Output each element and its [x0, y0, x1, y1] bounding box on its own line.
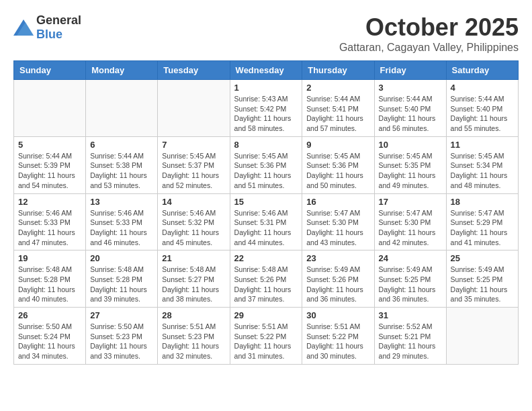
week-row-1: 5Sunrise: 5:44 AM Sunset: 5:39 PM Daylig… — [14, 136, 519, 193]
day-info: Sunrise: 5:50 AM Sunset: 5:24 PM Dayligh… — [18, 322, 81, 361]
day-number: 10 — [379, 140, 442, 150]
day-info: Sunrise: 5:46 AM Sunset: 5:31 PM Dayligh… — [234, 208, 298, 248]
day-number: 15 — [234, 197, 298, 207]
location-title: Gattaran, Cagayan Valley, Philippines — [339, 42, 519, 54]
calendar-cell-0-4: 2Sunrise: 5:44 AM Sunset: 5:41 PM Daylig… — [302, 80, 374, 137]
calendar-cell-3-0: 19Sunrise: 5:48 AM Sunset: 5:28 PM Dayli… — [14, 250, 86, 308]
calendar-cell-4-5: 31Sunrise: 5:52 AM Sunset: 5:21 PM Dayli… — [374, 308, 446, 365]
day-number: 9 — [306, 140, 369, 150]
day-number: 12 — [18, 197, 81, 207]
day-info: Sunrise: 5:51 AM Sunset: 5:22 PM Dayligh… — [306, 322, 369, 361]
day-info: Sunrise: 5:52 AM Sunset: 5:21 PM Dayligh… — [379, 322, 442, 361]
day-number: 6 — [90, 140, 153, 150]
day-info: Sunrise: 5:44 AM Sunset: 5:40 PM Dayligh… — [451, 94, 514, 134]
week-row-4: 26Sunrise: 5:50 AM Sunset: 5:24 PM Dayli… — [14, 308, 519, 365]
day-number: 22 — [234, 253, 298, 263]
day-number: 23 — [306, 253, 369, 263]
day-number: 17 — [379, 197, 442, 207]
day-number: 5 — [18, 140, 81, 150]
day-number: 4 — [451, 83, 514, 93]
day-number: 16 — [306, 197, 369, 207]
col-tuesday: Tuesday — [158, 61, 230, 80]
day-number: 2 — [306, 83, 369, 93]
day-info: Sunrise: 5:49 AM Sunset: 5:25 PM Dayligh… — [451, 265, 514, 304]
day-number: 21 — [162, 253, 225, 263]
logo-text: General Blue — [36, 13, 81, 42]
calendar-cell-3-1: 20Sunrise: 5:48 AM Sunset: 5:28 PM Dayli… — [86, 250, 158, 308]
calendar-cell-3-2: 21Sunrise: 5:48 AM Sunset: 5:27 PM Dayli… — [158, 250, 230, 308]
day-info: Sunrise: 5:43 AM Sunset: 5:42 PM Dayligh… — [234, 94, 298, 134]
calendar-cell-2-2: 14Sunrise: 5:46 AM Sunset: 5:32 PM Dayli… — [158, 193, 230, 250]
month-title: October 2025 — [339, 13, 519, 42]
col-sunday: Sunday — [14, 61, 86, 80]
day-info: Sunrise: 5:49 AM Sunset: 5:25 PM Dayligh… — [379, 265, 442, 304]
week-row-3: 19Sunrise: 5:48 AM Sunset: 5:28 PM Dayli… — [14, 250, 519, 308]
calendar-cell-0-1 — [86, 80, 158, 137]
col-friday: Friday — [374, 61, 446, 80]
calendar-cell-1-5: 10Sunrise: 5:45 AM Sunset: 5:35 PM Dayli… — [374, 136, 446, 193]
day-number: 13 — [90, 197, 153, 207]
day-number: 14 — [162, 197, 225, 207]
calendar-cell-2-6: 18Sunrise: 5:47 AM Sunset: 5:29 PM Dayli… — [446, 193, 518, 250]
calendar-cell-1-1: 6Sunrise: 5:44 AM Sunset: 5:38 PM Daylig… — [86, 136, 158, 193]
calendar-cell-4-3: 29Sunrise: 5:51 AM Sunset: 5:22 PM Dayli… — [230, 308, 302, 365]
day-number: 24 — [379, 253, 442, 263]
calendar-cell-3-6: 25Sunrise: 5:49 AM Sunset: 5:25 PM Dayli… — [446, 250, 518, 308]
logo-icon — [13, 19, 34, 36]
day-number: 31 — [379, 310, 442, 320]
day-info: Sunrise: 5:48 AM Sunset: 5:28 PM Dayligh… — [90, 265, 153, 304]
day-info: Sunrise: 5:48 AM Sunset: 5:27 PM Dayligh… — [162, 265, 225, 304]
day-info: Sunrise: 5:46 AM Sunset: 5:32 PM Dayligh… — [162, 208, 225, 248]
day-number: 11 — [451, 140, 514, 150]
calendar-cell-1-6: 11Sunrise: 5:45 AM Sunset: 5:34 PM Dayli… — [446, 136, 518, 193]
day-info: Sunrise: 5:48 AM Sunset: 5:28 PM Dayligh… — [18, 265, 81, 304]
day-number: 27 — [90, 310, 153, 320]
calendar-cell-1-3: 8Sunrise: 5:45 AM Sunset: 5:36 PM Daylig… — [230, 136, 302, 193]
title-section: October 2025 Gattaran, Cagayan Valley, P… — [339, 13, 519, 54]
day-number: 29 — [234, 310, 298, 320]
day-info: Sunrise: 5:46 AM Sunset: 5:33 PM Dayligh… — [18, 208, 81, 248]
calendar-cell-1-0: 5Sunrise: 5:44 AM Sunset: 5:39 PM Daylig… — [14, 136, 86, 193]
day-info: Sunrise: 5:47 AM Sunset: 5:30 PM Dayligh… — [379, 208, 442, 248]
day-info: Sunrise: 5:50 AM Sunset: 5:23 PM Dayligh… — [90, 322, 153, 361]
col-saturday: Saturday — [446, 61, 518, 80]
calendar-cell-0-2 — [158, 80, 230, 137]
day-info: Sunrise: 5:45 AM Sunset: 5:35 PM Dayligh… — [379, 151, 442, 191]
day-info: Sunrise: 5:45 AM Sunset: 5:36 PM Dayligh… — [306, 151, 369, 191]
day-number: 3 — [379, 83, 442, 93]
logo: General Blue — [13, 13, 81, 42]
day-number: 30 — [306, 310, 369, 320]
day-info: Sunrise: 5:47 AM Sunset: 5:30 PM Dayligh… — [306, 208, 369, 248]
calendar-cell-4-1: 27Sunrise: 5:50 AM Sunset: 5:23 PM Dayli… — [86, 308, 158, 365]
calendar-cell-0-0 — [14, 80, 86, 137]
day-info: Sunrise: 5:45 AM Sunset: 5:34 PM Dayligh… — [451, 151, 514, 191]
calendar-cell-0-5: 3Sunrise: 5:44 AM Sunset: 5:40 PM Daylig… — [374, 80, 446, 137]
calendar-cell-0-6: 4Sunrise: 5:44 AM Sunset: 5:40 PM Daylig… — [446, 80, 518, 137]
day-info: Sunrise: 5:47 AM Sunset: 5:29 PM Dayligh… — [451, 208, 514, 248]
calendar-cell-4-6 — [446, 308, 518, 365]
day-info: Sunrise: 5:44 AM Sunset: 5:39 PM Dayligh… — [18, 151, 81, 191]
day-info: Sunrise: 5:48 AM Sunset: 5:26 PM Dayligh… — [234, 265, 298, 304]
calendar-cell-1-4: 9Sunrise: 5:45 AM Sunset: 5:36 PM Daylig… — [302, 136, 374, 193]
day-info: Sunrise: 5:46 AM Sunset: 5:33 PM Dayligh… — [90, 208, 153, 248]
day-number: 8 — [234, 140, 298, 150]
day-info: Sunrise: 5:51 AM Sunset: 5:22 PM Dayligh… — [234, 322, 298, 361]
calendar-cell-4-0: 26Sunrise: 5:50 AM Sunset: 5:24 PM Dayli… — [14, 308, 86, 365]
calendar-cell-3-5: 24Sunrise: 5:49 AM Sunset: 5:25 PM Dayli… — [374, 250, 446, 308]
col-thursday: Thursday — [302, 61, 374, 80]
day-number: 28 — [162, 310, 225, 320]
logo-general: General — [36, 13, 81, 27]
day-info: Sunrise: 5:44 AM Sunset: 5:40 PM Dayligh… — [379, 94, 442, 134]
calendar-cell-2-0: 12Sunrise: 5:46 AM Sunset: 5:33 PM Dayli… — [14, 193, 86, 250]
day-number: 1 — [234, 83, 298, 93]
calendar-cell-3-3: 22Sunrise: 5:48 AM Sunset: 5:26 PM Dayli… — [230, 250, 302, 308]
calendar-cell-1-2: 7Sunrise: 5:45 AM Sunset: 5:37 PM Daylig… — [158, 136, 230, 193]
calendar-cell-2-5: 17Sunrise: 5:47 AM Sunset: 5:30 PM Dayli… — [374, 193, 446, 250]
calendar-cell-0-3: 1Sunrise: 5:43 AM Sunset: 5:42 PM Daylig… — [230, 80, 302, 137]
day-number: 25 — [451, 253, 514, 263]
calendar-cell-2-3: 15Sunrise: 5:46 AM Sunset: 5:31 PM Dayli… — [230, 193, 302, 250]
week-row-0: 1Sunrise: 5:43 AM Sunset: 5:42 PM Daylig… — [14, 80, 519, 137]
day-number: 19 — [18, 253, 81, 263]
day-number: 7 — [162, 140, 225, 150]
day-info: Sunrise: 5:45 AM Sunset: 5:37 PM Dayligh… — [162, 151, 225, 191]
